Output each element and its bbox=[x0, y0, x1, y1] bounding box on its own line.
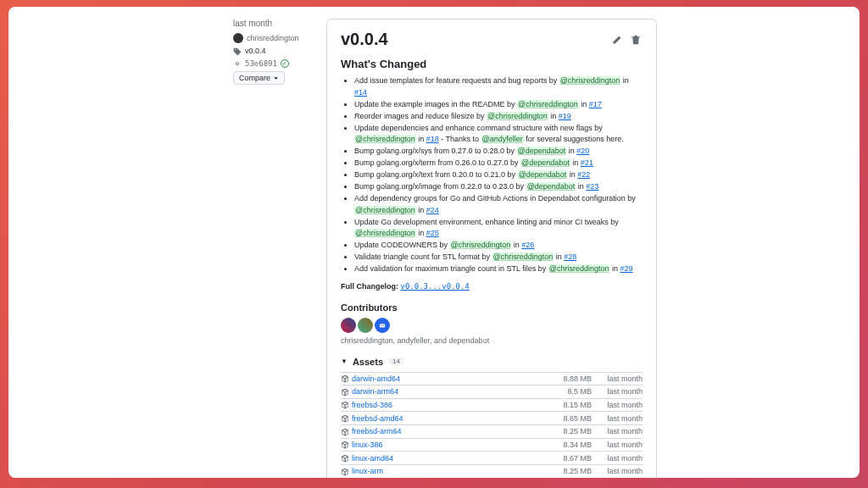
pr-link[interactable]: #17 bbox=[589, 100, 602, 108]
change-item: Add dependency groups for Go and GitHub … bbox=[354, 193, 643, 216]
avatar[interactable] bbox=[341, 318, 356, 333]
asset-date: last month bbox=[592, 454, 643, 463]
mention-link[interactable]: @chrisreddington bbox=[492, 252, 554, 261]
mention-link[interactable]: @dependabot bbox=[520, 158, 570, 167]
package-icon bbox=[341, 374, 349, 384]
contributors-title: Contributors bbox=[341, 302, 643, 313]
asset-size: 8.88 MB bbox=[541, 374, 592, 383]
asset-size: 8.15 MB bbox=[541, 401, 592, 409]
mention-link[interactable]: @chrisreddington bbox=[559, 76, 621, 85]
mention-link[interactable]: @chrisreddington bbox=[354, 206, 416, 214]
mention-link[interactable]: @dependabot bbox=[518, 170, 568, 179]
asset-size: 8.34 MB bbox=[541, 441, 592, 449]
assets-count: 14 bbox=[388, 358, 404, 365]
mention-link[interactable]: @chrisreddington bbox=[450, 241, 512, 249]
pr-link[interactable]: #26 bbox=[521, 241, 534, 249]
pr-link[interactable]: #18 bbox=[426, 135, 439, 143]
asset-row: darwin-amd648.88 MBlast month bbox=[341, 372, 643, 385]
asset-size: 8.25 MB bbox=[541, 427, 592, 435]
commit-line[interactable]: 53e6891 ✓ bbox=[233, 59, 320, 69]
asset-row: linux-arm648.25 MBlast month bbox=[341, 478, 643, 479]
tag-icon bbox=[233, 47, 242, 56]
assets-list: darwin-amd648.88 MBlast monthdarwin-arm6… bbox=[341, 372, 643, 479]
contributor-avatars bbox=[341, 318, 643, 333]
pr-link[interactable]: #28 bbox=[564, 252, 576, 261]
pr-link[interactable]: #20 bbox=[576, 147, 589, 155]
pr-link[interactable]: #21 bbox=[581, 158, 593, 167]
asset-date: last month bbox=[592, 467, 643, 475]
asset-link[interactable]: darwin-arm64 bbox=[352, 387, 398, 396]
avatar[interactable] bbox=[375, 318, 390, 333]
asset-size: 8.67 MB bbox=[541, 454, 592, 463]
whats-changed-title: What's Changed bbox=[341, 58, 643, 70]
caret-down-icon: ▼ bbox=[341, 358, 348, 365]
change-item: Bump golang.org/x/sys from 0.27.0 to 0.2… bbox=[354, 146, 643, 158]
assets-header[interactable]: ▼ Assets 14 bbox=[341, 357, 643, 367]
change-item: Add issue templates for feature requests… bbox=[354, 75, 643, 98]
asset-link[interactable]: freebsd-amd64 bbox=[352, 414, 403, 423]
change-item: Validate triangle count for STL format b… bbox=[354, 252, 643, 263]
chevron-down-icon bbox=[273, 74, 279, 82]
compare-button[interactable]: Compare bbox=[233, 71, 285, 85]
mention-link[interactable]: @chrisreddington bbox=[354, 229, 416, 237]
pr-link[interactable]: #25 bbox=[426, 229, 439, 237]
tag-line[interactable]: v0.0.4 bbox=[233, 47, 320, 56]
change-item: Reorder images and reduce filesize by @c… bbox=[354, 111, 643, 123]
pr-link[interactable]: #14 bbox=[354, 88, 367, 97]
commit-icon bbox=[233, 59, 242, 69]
change-item: Update Go development environment, enhan… bbox=[354, 217, 643, 240]
change-item: Add validation for maximum triangle coun… bbox=[354, 263, 643, 275]
release-title: v0.0.4 bbox=[341, 30, 388, 49]
app-window: last month chrisreddington v0.0.4 53e689… bbox=[8, 7, 860, 478]
release-panel: v0.0.4 What's Changed Add issue template… bbox=[326, 19, 657, 478]
change-item: Bump golang.org/x/text from 0.20.0 to 0.… bbox=[354, 169, 643, 181]
contributors-section: Contributors chrisreddington, andyfeller… bbox=[341, 302, 643, 345]
full-changelog-link[interactable]: v0.0.3...v0.0.4 bbox=[401, 282, 470, 291]
author-name: chrisreddington bbox=[247, 34, 299, 42]
change-item: Bump golang.org/x/term from 0.26.0 to 0.… bbox=[354, 158, 643, 169]
mention-link[interactable]: @andyfeller bbox=[481, 135, 524, 143]
pr-link[interactable]: #22 bbox=[577, 170, 590, 179]
full-changelog: Full Changelog: v0.0.3...v0.0.4 bbox=[341, 282, 643, 291]
asset-date: last month bbox=[592, 401, 643, 409]
asset-link[interactable]: freebsd-arm64 bbox=[352, 427, 402, 435]
asset-link[interactable]: darwin-amd64 bbox=[352, 374, 400, 383]
pr-link[interactable]: #29 bbox=[620, 264, 632, 273]
asset-size: 8.65 MB bbox=[541, 414, 592, 423]
asset-link[interactable]: linux-arm bbox=[352, 467, 383, 475]
mention-link[interactable]: @dependabot bbox=[517, 147, 567, 155]
svg-rect-2 bbox=[383, 324, 384, 325]
mention-link[interactable]: @dependabot bbox=[526, 182, 576, 191]
package-icon bbox=[341, 427, 349, 436]
change-item: Update dependencies and enhance command … bbox=[354, 123, 643, 146]
pr-link[interactable]: #24 bbox=[426, 206, 439, 214]
asset-link[interactable]: linux-386 bbox=[352, 441, 383, 449]
asset-date: last month bbox=[592, 414, 643, 423]
avatar bbox=[233, 33, 243, 43]
verified-icon: ✓ bbox=[281, 59, 289, 68]
edit-button[interactable] bbox=[610, 32, 624, 46]
package-icon bbox=[341, 467, 349, 476]
asset-row: darwin-arm648.5 MBlast month bbox=[341, 385, 643, 398]
package-icon bbox=[341, 401, 349, 410]
assets-section: ▼ Assets 14 darwin-amd648.88 MBlast mont… bbox=[341, 357, 643, 479]
pr-link[interactable]: #19 bbox=[559, 112, 571, 120]
mention-link[interactable]: @chrisreddington bbox=[548, 264, 610, 273]
pr-link[interactable]: #23 bbox=[586, 182, 598, 191]
change-item: Update the example images in the README … bbox=[354, 99, 643, 111]
author-line[interactable]: chrisreddington bbox=[233, 33, 320, 43]
mention-link[interactable]: @chrisreddington bbox=[517, 100, 579, 108]
change-item: Bump golang.org/x/image from 0.22.0 to 0… bbox=[354, 181, 643, 193]
svg-rect-0 bbox=[380, 324, 385, 327]
mention-link[interactable]: @chrisreddington bbox=[487, 112, 548, 120]
delete-button[interactable] bbox=[629, 32, 643, 46]
asset-link[interactable]: linux-amd64 bbox=[352, 454, 393, 463]
svg-rect-1 bbox=[381, 324, 381, 325]
asset-link[interactable]: freebsd-386 bbox=[352, 401, 392, 409]
asset-date: last month bbox=[592, 374, 643, 383]
asset-date: last month bbox=[592, 441, 643, 449]
avatar[interactable] bbox=[358, 318, 373, 333]
mention-link[interactable]: @chrisreddington bbox=[354, 135, 416, 143]
tag-name: v0.0.4 bbox=[245, 47, 266, 55]
package-icon bbox=[341, 387, 349, 396]
